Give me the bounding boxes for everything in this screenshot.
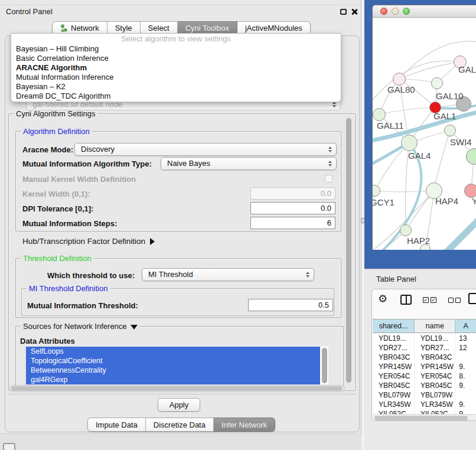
- algorithm-option[interactable]: Mutual Information Inference: [11, 73, 341, 82]
- table-cell: [455, 353, 476, 362]
- bottom-tab-impute-data[interactable]: Impute Data: [87, 418, 146, 432]
- algorithm-option[interactable]: Bayesian – Hill Climbing: [11, 44, 341, 54]
- split-columns-icon[interactable]: [400, 295, 412, 305]
- network-node[interactable]: [373, 108, 386, 121]
- list-scrollbar[interactable]: [322, 348, 327, 383]
- control-panel-title: Control Panel: [6, 7, 53, 16]
- network-window-titlebar[interactable]: [373, 5, 476, 18]
- algorithm-option[interactable]: Dream8 DC_TDC Algorithm: [11, 92, 341, 101]
- kernel-width-label: Kernel Width (0,1):: [22, 190, 90, 198]
- table-row[interactable]: YDL19...YDL19...13: [373, 334, 476, 343]
- table-cell: YLR345W: [373, 400, 415, 409]
- table-cell: YDL19...: [373, 334, 415, 343]
- attribute-item[interactable]: gal4RGexp: [26, 375, 320, 384]
- table-row[interactable]: YDR27...YDR27...12: [373, 343, 476, 353]
- minimize-traffic-light-icon[interactable]: [392, 8, 399, 15]
- float-window-icon[interactable]: [340, 9, 347, 15]
- mi-steps-field[interactable]: 6: [250, 217, 335, 229]
- export-table-icon[interactable]: [468, 293, 476, 304]
- node-label-y: Y: [472, 196, 476, 206]
- table-row[interactable]: YPR145WYPR145W9.: [373, 362, 476, 371]
- network-node[interactable]: [400, 224, 412, 236]
- threshold-definition-title: Threshold Definition: [21, 254, 94, 263]
- algorithm-option[interactable]: ARACNE Algorithm: [11, 63, 341, 73]
- dpi-tolerance-field[interactable]: 0.0: [250, 202, 335, 214]
- combo-spinner-icon: [332, 102, 336, 107]
- table-horizontal-scrollbar[interactable]: [373, 414, 476, 421]
- network-canvas[interactable]: GALGAL80GAL10GAL1GAL11SWI4GAL4GCY1HAP4YH…: [373, 18, 476, 250]
- collapsed-panel-icon[interactable]: [3, 443, 15, 450]
- select-all-columns-icon[interactable]: ✓✓: [423, 297, 436, 303]
- tab-cyni-toolbox-label: Cyni Toolbox: [185, 24, 229, 32]
- settings-vertical-scrollbar[interactable]: [345, 116, 353, 389]
- table-cell: YDR27...: [415, 343, 455, 353]
- network-node[interactable]: [444, 125, 456, 136]
- table-cell: YER054C: [373, 371, 415, 381]
- close-traffic-light-icon[interactable]: [380, 8, 387, 15]
- tab-jactivemnodules-label: jActiveMNodules: [245, 24, 302, 32]
- which-threshold-combo[interactable]: MI Threshold: [142, 268, 314, 281]
- settings-horizontal-scrollbar[interactable]: [9, 385, 345, 392]
- table-body: YDL19...YDL19...13YDR27...YDR27...12YBR0…: [373, 334, 476, 414]
- manual-kernel-width-checkbox[interactable]: [325, 175, 332, 182]
- algorithm-dropdown-placeholder: Select algorithm to view settings: [11, 34, 341, 44]
- kernel-width-field[interactable]: 0.0: [250, 187, 335, 200]
- aracne-mode-label: Aracne Mode:: [22, 145, 73, 154]
- table-row[interactable]: YBR045CYBR045C9.: [373, 381, 476, 390]
- bottom-tab-infer-network[interactable]: Infer Network: [214, 418, 275, 432]
- table-cell: YER054C: [415, 371, 455, 381]
- attribute-item[interactable]: SelfLoops: [26, 347, 320, 356]
- table-cell: YPR145W: [415, 362, 455, 371]
- network-node[interactable]: [431, 77, 443, 89]
- attribute-item[interactable]: TopologicalCoefficient: [26, 356, 320, 366]
- cyni-algorithm-settings-title: Cyni Algorithm Settings: [14, 109, 97, 118]
- expander-arrow-icon: [150, 238, 155, 245]
- node-label-gal4: GAL4: [408, 151, 431, 161]
- apply-button[interactable]: Apply: [158, 398, 200, 412]
- hub-definition-expander[interactable]: Hub/Transcription Factor Definition: [22, 237, 155, 246]
- mi-algorithm-type-combo[interactable]: Naive Bayes: [161, 157, 337, 170]
- table-cell: YDL19...: [415, 334, 455, 343]
- algorithm-option[interactable]: Basic Correlation Inference: [11, 54, 341, 63]
- combo-spinner-icon: [306, 272, 309, 278]
- node-table: ⚙ ✓✓ shared...nameA YDL19...YDL19...13YD…: [371, 289, 476, 421]
- network-edges: [373, 18, 476, 250]
- combo-spinner-icon: [328, 161, 332, 167]
- table-row[interactable]: YIL052CYIL052C9.: [373, 409, 476, 414]
- close-icon[interactable]: [351, 8, 358, 15]
- algorithm-option[interactable]: Bayesian – K2: [11, 82, 341, 92]
- tab-style-label: Style: [115, 24, 132, 32]
- mi-steps-label: Mutual Information Steps:: [22, 219, 117, 228]
- table-row[interactable]: YLR345WYLR345W9.: [373, 400, 476, 409]
- node-label-swi4: SWI4: [450, 137, 472, 147]
- table-cell: YBL079W: [415, 390, 455, 400]
- column-header-shared-[interactable]: shared...: [373, 319, 415, 332]
- table-cell: 9.: [455, 381, 476, 390]
- screen: Control Panel NetworkStyleSelectCyni Too…: [0, 0, 476, 450]
- deselect-all-columns-icon[interactable]: [448, 298, 461, 303]
- zoom-traffic-light-icon[interactable]: [403, 8, 410, 15]
- sources-title[interactable]: Sources for Network Inference: [21, 322, 140, 331]
- node-label-gal11: GAL11: [377, 120, 404, 131]
- aracne-mode-combo[interactable]: Discovery: [74, 143, 337, 156]
- mi-threshold-field[interactable]: 0.5: [248, 299, 333, 311]
- attribute-item[interactable]: BetweennessCentrality: [26, 366, 320, 375]
- network-node[interactable]: [401, 135, 418, 151]
- table-row[interactable]: YBR043CYBR043C: [373, 353, 476, 362]
- table-cell: 12: [455, 343, 476, 353]
- table-row[interactable]: YBL079WYBL079W: [373, 390, 476, 400]
- gear-icon[interactable]: ⚙: [378, 294, 387, 304]
- table-cell: 8.: [455, 371, 476, 381]
- table-row[interactable]: YER054CYER054C8.: [373, 371, 476, 381]
- bottom-tab-infer-network-label: Infer Network: [221, 420, 267, 429]
- table-cell: YBR045C: [415, 381, 455, 390]
- algorithm-definition-title: Algorithm Definition: [21, 127, 92, 136]
- table-panel-title: Table Panel: [376, 275, 416, 283]
- column-header-a[interactable]: A: [455, 319, 476, 332]
- data-attributes-list[interactable]: SelfLoopsTopologicalCoefficientBetweenne…: [26, 347, 328, 384]
- column-header-name[interactable]: name: [415, 319, 455, 332]
- bottom-tab-discretize-data[interactable]: Discretize Data: [146, 418, 214, 432]
- table-cell: 13: [455, 334, 476, 343]
- network-node[interactable]: [393, 73, 406, 86]
- cyni-bottom-tabs: Impute DataDiscretize DataInfer Network: [87, 418, 275, 432]
